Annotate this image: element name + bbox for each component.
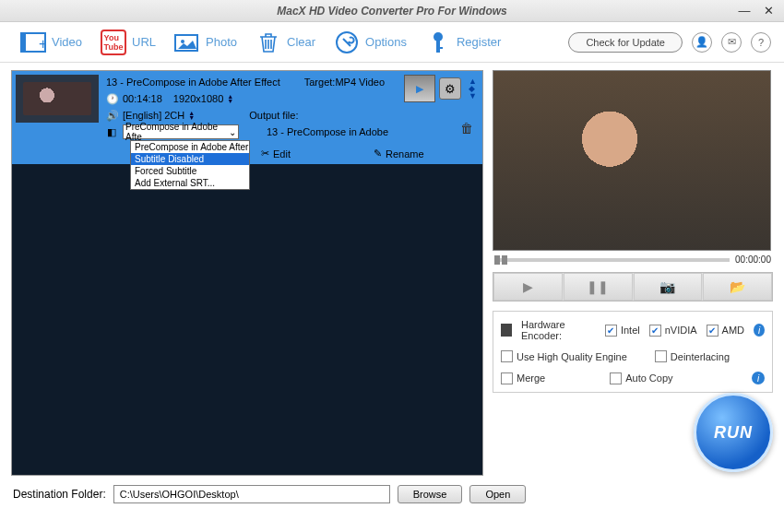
video-preview [493,70,771,251]
autocopy-checkbox[interactable]: Auto Copy [610,372,672,384]
svg-rect-1 [22,34,26,51]
edit-button[interactable]: ✂ Edit [261,148,291,160]
run-button[interactable]: RUN [694,393,773,472]
video-icon: + [20,30,46,55]
open-button[interactable]: Open [469,485,526,503]
subtitle-option[interactable]: Subtitle Disabled [131,153,249,165]
help-icon[interactable]: ? [751,32,771,53]
audio-stepper[interactable]: ▲▼ [188,111,199,120]
file-thumbnail [16,75,99,123]
trash-icon [255,30,281,55]
options-button[interactable]: Options [327,26,414,59]
output-name: 13 - PreCompose in Adobe [267,126,388,137]
subtitle-option[interactable]: PreCompose in Adobe After Ef [131,141,249,153]
settings-button[interactable]: ⚙ [439,77,461,100]
user-icon[interactable]: 👤 [692,32,712,53]
file-title: 13 - PreCompose in Adobe After Effect [106,77,280,88]
speaker-icon: 🔊 [106,110,117,122]
delete-button[interactable]: 🗑 [460,121,473,136]
amd-checkbox[interactable]: ✔AMD [707,325,744,337]
snapshot-button[interactable]: 📷 [634,273,703,301]
clear-button[interactable]: Clear [248,26,323,59]
youtube-icon: YouTube [101,30,126,55]
subtitle-dropdown[interactable]: PreCompose in Adobe Afte⌄ [123,124,239,139]
reorder-arrows[interactable]: ▲◆▼ [469,77,477,100]
svg-point-4 [181,40,184,43]
open-folder-button[interactable]: 📂 [703,273,772,301]
timeline-track[interactable] [494,258,730,262]
footer: Destination Folder: Browse Open [0,476,784,513]
titlebar: MacX HD Video Converter Pro For Windows … [0,0,784,22]
file-row[interactable]: 13 - PreCompose in Adobe After Effect Ta… [12,71,482,164]
svg-point-6 [434,32,443,41]
info-icon[interactable]: i [752,372,765,384]
close-button[interactable]: ✕ [762,5,775,18]
video-button[interactable]: + Video [13,26,89,59]
preview-button[interactable] [404,75,435,102]
output-label: Output file: [249,110,298,121]
svg-rect-8 [436,47,443,49]
merge-checkbox[interactable]: Merge [501,372,545,384]
app-title: MacX HD Video Converter Pro For Windows [7,5,777,18]
toolbar: + Video YouTube URL Photo Clear Options … [0,22,784,63]
intel-checkbox[interactable]: ✔Intel [605,325,640,337]
res-stepper[interactable]: ▲▼ [227,94,238,103]
deinterlace-checkbox[interactable]: Deinterlacing [655,350,730,362]
wrench-icon [334,30,360,55]
key-icon [425,30,451,55]
info-icon[interactable]: i [754,324,765,337]
subtitle-option[interactable]: Add External SRT... [131,177,249,189]
svg-text:+: + [39,36,46,52]
clock-icon: 🕐 [106,93,117,105]
svg-rect-7 [436,41,440,53]
url-button[interactable]: YouTube URL [93,26,163,59]
register-button[interactable]: Register [418,26,508,59]
photo-button[interactable]: Photo [167,26,244,59]
play-button[interactable]: ▶ [493,273,563,301]
options-panel: Hardware Encoder: ✔Intel ✔nVIDIA ✔AMD i … [493,311,773,393]
file-list: 13 - PreCompose in Adobe After Effect Ta… [11,70,483,476]
destination-input[interactable] [113,485,390,503]
hq-checkbox[interactable]: Use High Quality Engine [501,350,627,362]
mail-icon[interactable]: ✉ [721,32,742,53]
nvidia-checkbox[interactable]: ✔nVIDIA [649,325,697,337]
check-update-button[interactable]: Check for Update [568,32,683,53]
subtitle-icon: ◧ [106,126,117,138]
timeline-time: 00:00:00 [735,254,771,265]
subtitle-option[interactable]: Forced Subtitle [131,165,249,177]
pause-button[interactable]: ❚❚ [564,273,633,301]
rename-button[interactable]: ✎ Rename [374,148,424,160]
destination-label: Destination Folder: [13,488,106,501]
minimize-button[interactable]: — [738,5,751,18]
subtitle-dropdown-menu: PreCompose in Adobe After Ef Subtitle Di… [130,140,250,190]
chip-icon [501,324,512,337]
browse-button[interactable]: Browse [398,485,463,503]
photo-icon [174,30,200,55]
